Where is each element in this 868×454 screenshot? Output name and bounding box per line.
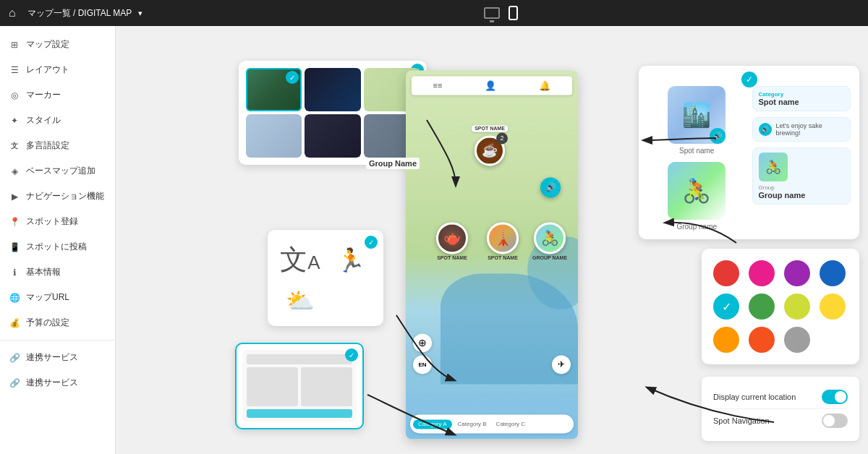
style-thumb-dark2[interactable] xyxy=(305,114,360,158)
lang-button[interactable]: EN xyxy=(413,355,432,374)
sidebar-item-spot-reg[interactable]: 📍 スポット登録 xyxy=(0,209,115,234)
tab-category-b[interactable]: Category B xyxy=(454,419,490,429)
basic-info-icon: ℹ xyxy=(9,267,20,278)
sidebar-item-layout[interactable]: ☰ レイアウト xyxy=(0,57,115,82)
sidebar-label: レイアウト xyxy=(26,64,69,76)
sidebar-item-navigation[interactable]: ▶ ナビゲーション機能 xyxy=(0,184,115,209)
spot-navigation-label: Spot Navigation xyxy=(713,416,770,425)
sidebar-item-link-service1[interactable]: 🔗 連携サービス xyxy=(0,345,115,370)
audio-button[interactable]: 🔊 xyxy=(540,177,561,197)
color-orange2[interactable] xyxy=(749,327,775,353)
spot-name-label: Spot name xyxy=(679,147,714,155)
style-icon: ✦ xyxy=(9,115,20,127)
color-purple[interactable] xyxy=(784,260,810,286)
category-tab-bar: Category A Category B Category C xyxy=(410,414,574,433)
audio-chip-icon[interactable]: 🔊 xyxy=(759,123,772,136)
setting-spot-navigation: Spot Navigation xyxy=(713,409,848,432)
multilang-icon: 文 xyxy=(9,140,20,152)
style-thumb-satellite[interactable]: ✓ xyxy=(246,68,302,111)
bell-btn[interactable]: 🔔 xyxy=(539,80,550,91)
icon-card: ✓ 文A 🏃 ⛅ xyxy=(268,230,383,326)
main-layout: ⊞ マップ設定 ☰ レイアウト ◎ マーカー ✦ スタイル 文 多言語設定 ◈ … xyxy=(0,26,868,454)
sidebar-label: 多言語設定 xyxy=(26,140,69,152)
toggle-knob-2 xyxy=(823,415,835,427)
style-thumb-dark[interactable] xyxy=(305,68,360,111)
color-light-green[interactable] xyxy=(784,294,810,320)
color-red[interactable] xyxy=(713,260,739,286)
runner-icon: 🏃 xyxy=(336,247,365,274)
style-thumb-city[interactable] xyxy=(246,114,302,158)
map-url-icon: 🌐 xyxy=(9,292,20,304)
tab-category-a[interactable]: Category A xyxy=(413,419,452,429)
sidebar-item-basemap[interactable]: ◈ ベースマップ追加 xyxy=(0,158,115,184)
spot-marker-2[interactable]: 🫖 SPOT NAME xyxy=(436,222,468,260)
map-style-grid: ✓ xyxy=(246,68,420,158)
color-green[interactable] xyxy=(749,294,775,320)
navigation-icon: ▶ xyxy=(9,191,20,202)
spot-detail-check: ✓ xyxy=(741,72,757,87)
desktop-icon[interactable] xyxy=(484,7,500,19)
display-location-toggle[interactable] xyxy=(822,390,848,404)
sidebar-item-map-url[interactable]: 🌐 マップURL xyxy=(0,285,115,310)
device-switcher xyxy=(142,6,859,20)
spot-marker-1[interactable]: ☕ 2 SPOT NAME xyxy=(475,135,505,166)
audio-chip: 🔊 Let's enjoy sake brewing! xyxy=(752,117,851,142)
map-container: ≡≡ 👤 🔔 ☕ 2 SPOT NAME 🔊 🫖 xyxy=(406,70,578,439)
sidebar-item-map-settings[interactable]: ⊞ マップ設定 xyxy=(0,32,115,57)
equalizer-icon[interactable]: ≡≡ xyxy=(433,81,443,90)
home-button[interactable]: ⌂ xyxy=(9,7,16,20)
settings-panel: Display current location Spot Navigation xyxy=(702,377,859,441)
spot-name-tag-1: SPOT NAME xyxy=(472,125,508,132)
category-chip-value: Spot name xyxy=(759,98,845,106)
basemap-icon: ◈ xyxy=(9,166,20,177)
sidebar-item-link-service2[interactable]: 🔗 連携サービス xyxy=(0,370,115,395)
marker-icon: ◎ xyxy=(9,90,20,101)
sidebar-item-multilang[interactable]: 文 多言語設定 xyxy=(0,133,115,158)
sidebar-label: マップ設定 xyxy=(26,38,69,51)
map-style-card: ✓ ✓ xyxy=(239,61,427,165)
sidebar-item-budget[interactable]: 💰 予算の設定 xyxy=(0,310,115,335)
tab-category-c[interactable]: Category C xyxy=(493,419,529,429)
spot-marker-4[interactable]: 🚴 GROUP NAME xyxy=(532,222,567,260)
spot-img-2: 🫖 xyxy=(436,222,468,254)
sidebar-label: スポットに投稿 xyxy=(26,241,87,253)
sidebar-item-marker[interactable]: ◎ マーカー xyxy=(0,82,115,108)
sidebar-label: 予算の設定 xyxy=(26,317,69,329)
breadcrumb-text: マップ一覧 / DIGITAL MAP xyxy=(27,8,132,18)
group-chip: 🚴 Group Group name xyxy=(752,147,851,205)
map-settings-icon: ⊞ xyxy=(9,39,20,51)
color-dark-blue[interactable] xyxy=(820,260,846,286)
spot-navigation-toggle[interactable] xyxy=(822,414,848,428)
spot-marker-3[interactable]: 🗼 SPOT NAME xyxy=(487,222,519,260)
sidebar-label: ベースマップ追加 xyxy=(26,165,95,177)
breadcrumb: マップ一覧 / DIGITAL MAP ▾ xyxy=(27,7,143,20)
sidebar-item-spot-post[interactable]: 📱 スポットに投稿 xyxy=(0,234,115,260)
layout-card-check: ✓ xyxy=(345,348,358,361)
color-palette-card: ✓ xyxy=(702,249,859,364)
mobile-icon[interactable] xyxy=(509,6,518,20)
color-yellow[interactable] xyxy=(820,294,846,320)
color-pink[interactable] xyxy=(749,260,775,286)
check-icon: ✓ xyxy=(286,71,299,84)
color-orange1[interactable] xyxy=(713,327,739,353)
layer-button[interactable]: ⊕ xyxy=(413,333,432,352)
color-grid: ✓ xyxy=(713,260,848,353)
budget-icon: 💰 xyxy=(9,317,20,329)
sidebar-label: 基本情報 xyxy=(26,266,61,278)
content-area: ✓ ✓ xyxy=(116,26,868,454)
display-location-label: Display current location xyxy=(713,393,796,401)
category-chip: Category Spot name xyxy=(752,86,851,111)
group-thumbnail: 🚴 xyxy=(668,162,726,220)
spot-label-4: GROUP NAME xyxy=(532,255,567,260)
sidebar-label: マップURL xyxy=(26,291,69,304)
sidebar-item-basic-info[interactable]: ℹ 基本情報 xyxy=(0,260,115,285)
sidebar-label: 連携サービス xyxy=(26,351,78,364)
layout-icon: ☰ xyxy=(9,64,20,76)
sidebar-item-style[interactable]: ✦ スタイル xyxy=(0,108,115,133)
person-btn[interactable]: 👤 xyxy=(485,80,496,91)
nav-arrow-button[interactable]: ✈ xyxy=(552,355,571,374)
color-teal[interactable]: ✓ xyxy=(713,294,739,320)
spot-label-2: SPOT NAME xyxy=(437,255,467,260)
layout-card[interactable]: ✓ xyxy=(235,343,364,429)
color-gray[interactable] xyxy=(784,327,810,353)
